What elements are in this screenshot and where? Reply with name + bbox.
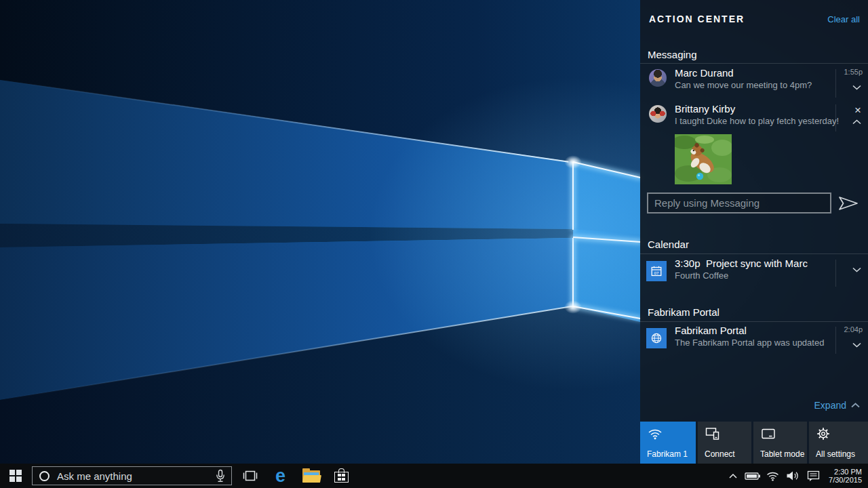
- action-center-icon: [807, 470, 820, 482]
- globe-icon: [646, 328, 667, 348]
- store-icon: [334, 468, 349, 483]
- quick-actions-row: Fabrikam 1 Connect: [640, 422, 868, 464]
- notification-fabrikam-portal[interactable]: Fabrikam Portal The Fabrikam Portal app …: [640, 325, 868, 356]
- chevron-up-icon[interactable]: [852, 119, 861, 125]
- wifi-icon: [648, 427, 663, 440]
- taskbar-app-icons: e: [235, 464, 357, 488]
- battery-icon: [745, 472, 761, 481]
- close-icon[interactable]: ×: [854, 104, 861, 116]
- cortana-icon: [39, 471, 50, 481]
- settings-gear-icon: [816, 427, 830, 441]
- quick-action-label: All settings: [816, 449, 855, 459]
- notification-message: I taught Duke how to play fetch yesterda…: [675, 116, 839, 126]
- battery-tray-button[interactable]: [742, 464, 763, 488]
- file-explorer-icon: [302, 469, 320, 483]
- edge-icon: e: [275, 467, 285, 485]
- notification-divider: [835, 104, 836, 131]
- notification-brittany-kirby[interactable]: Brittany Kirby I taught Duke how to play…: [640, 103, 868, 133]
- notification-title: Marc Durand: [675, 67, 734, 79]
- tablet-icon: [761, 427, 776, 441]
- notification-time: 1:55p: [844, 68, 863, 76]
- taskbar: Ask me anything e: [0, 464, 868, 488]
- notification-message: The Fabrikam Portal app was updated: [675, 338, 824, 348]
- send-icon[interactable]: [838, 195, 861, 211]
- tray-expand-button[interactable]: [724, 464, 742, 488]
- task-view-button[interactable]: [235, 464, 265, 488]
- marc-avatar: [649, 69, 667, 87]
- chevron-down-icon[interactable]: [852, 85, 861, 90]
- quick-action-label: Fabrikam 1: [647, 449, 688, 459]
- clock-time: 2:30 PM: [823, 468, 862, 476]
- notification-message: Can we move our meeting to 4pm?: [675, 80, 812, 90]
- quick-action-all-settings[interactable]: All settings: [809, 422, 868, 464]
- notification-title: 3:30p Project sync with Marc: [675, 258, 808, 269]
- expand-button[interactable]: Expand: [814, 400, 860, 411]
- quick-action-connect[interactable]: Connect: [698, 422, 751, 464]
- taskbar-clock[interactable]: 2:30 PM 7/30/2015: [823, 468, 868, 485]
- action-center-title: ACTION CENTER: [649, 14, 745, 24]
- event-title: Project sync with Marc: [706, 258, 808, 269]
- clear-all-button[interactable]: Clear all: [827, 14, 860, 24]
- clock-date: 7/30/2015: [823, 476, 862, 485]
- attachment-dog-photo[interactable]: [675, 134, 732, 184]
- chevron-down-icon[interactable]: [852, 267, 861, 272]
- wifi-icon: [766, 471, 779, 481]
- system-tray: 2:30 PM 7/30/2015: [724, 464, 868, 488]
- connect-icon: [705, 427, 720, 441]
- wifi-tray-button[interactable]: [763, 464, 783, 488]
- quick-action-label: Connect: [705, 449, 735, 459]
- search-box[interactable]: Ask me anything: [32, 466, 232, 485]
- edge-browser-button[interactable]: e: [265, 464, 296, 488]
- notification-message: Fourth Coffee: [675, 270, 728, 281]
- task-view-icon: [242, 470, 258, 482]
- quick-action-label: Tablet mode: [760, 449, 804, 459]
- notification-divider: [835, 69, 836, 98]
- chevron-up-icon: [851, 403, 860, 408]
- section-label-messaging: Messaging: [648, 49, 697, 60]
- start-button[interactable]: [0, 464, 31, 488]
- notification-divider: [835, 327, 836, 354]
- notification-time: 2:04p: [844, 325, 863, 333]
- calendar-icon: 07: [646, 261, 667, 281]
- section-divider: [640, 253, 868, 254]
- event-time: 3:30p: [675, 258, 701, 269]
- section-divider: [640, 321, 868, 322]
- windows-logo-icon: [9, 470, 22, 482]
- quick-action-fabrikam-1[interactable]: Fabrikam 1: [640, 422, 696, 464]
- notification-marc-durand[interactable]: Marc Durand Can we move our meeting to 4…: [640, 67, 868, 100]
- volume-icon: [786, 470, 800, 481]
- notification-title: Fabrikam Portal: [675, 325, 747, 336]
- action-center-panel: ACTION CENTER Clear all Messaging Marc D…: [640, 0, 868, 464]
- quick-action-tablet-mode[interactable]: Tablet mode: [753, 422, 807, 464]
- section-divider: [640, 63, 868, 64]
- volume-tray-button[interactable]: [783, 464, 804, 488]
- notification-calendar[interactable]: 07 3:30p Project sync with Marc Fourth C…: [640, 258, 868, 289]
- section-label-fabrikam-portal: Fabrikam Portal: [648, 306, 719, 318]
- notification-title: Brittany Kirby: [675, 103, 735, 115]
- file-explorer-button[interactable]: [296, 464, 326, 488]
- chevron-up-icon: [729, 474, 737, 479]
- reply-area: [647, 192, 831, 214]
- search-placeholder-text: Ask me anything: [57, 470, 216, 482]
- microphone-icon[interactable]: [216, 469, 225, 483]
- notification-divider: [835, 260, 836, 287]
- section-label-calendar: Calendar: [648, 239, 689, 250]
- expand-label: Expand: [814, 400, 846, 411]
- chevron-down-icon[interactable]: [852, 342, 861, 348]
- desktop: ACTION CENTER Clear all Messaging Marc D…: [0, 0, 868, 488]
- store-button[interactable]: [326, 464, 357, 488]
- brittany-avatar: [649, 105, 667, 123]
- svg-text:07: 07: [654, 270, 659, 275]
- action-center-tray-button[interactable]: [804, 464, 823, 488]
- reply-input[interactable]: [647, 192, 831, 214]
